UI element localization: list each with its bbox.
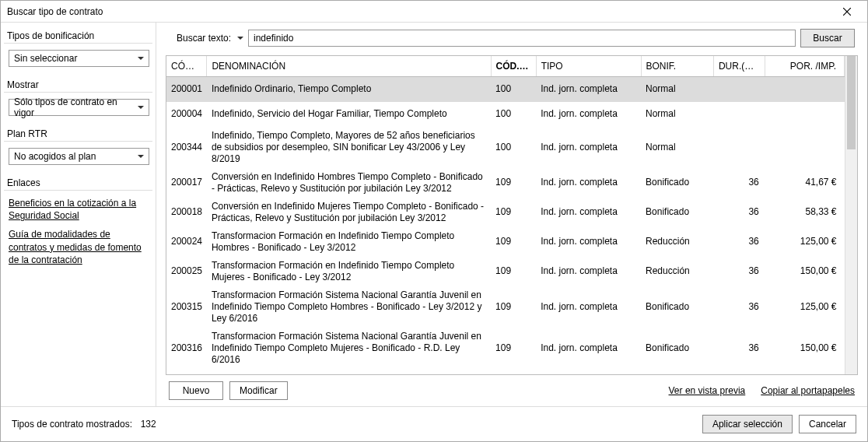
cell-codo: 109 bbox=[491, 227, 536, 257]
links-group: Beneficios en la cotización a la Segurid… bbox=[4, 195, 152, 268]
cell-tipo: Ind. jorn. completa bbox=[536, 227, 641, 257]
cell-tipo: Ind. jorn. completa bbox=[536, 102, 641, 127]
cell-den: Transformacion Formación en Indefinido T… bbox=[207, 227, 491, 257]
section-plan-head: Plan RTR bbox=[4, 125, 152, 142]
cell-codi: 200344 bbox=[166, 127, 207, 168]
content-area: Tipos de bonificación Sin seleccionar Mo… bbox=[1, 23, 867, 406]
cell-imp: 41,67 € bbox=[765, 168, 845, 198]
cell-imp bbox=[765, 77, 845, 102]
cell-dur bbox=[713, 102, 765, 127]
vertical-scrollbar[interactable] bbox=[845, 56, 857, 374]
cell-dur bbox=[713, 127, 765, 168]
cell-imp: 150,00 € bbox=[765, 328, 845, 369]
cell-codo: 100 bbox=[491, 102, 536, 127]
cell-codi: 200315 bbox=[166, 286, 207, 328]
main-panel: Buscar texto: Buscar CÓDI... bbox=[156, 23, 867, 406]
table-row[interactable]: 200018Conversión en Indefinido Mujeres T… bbox=[166, 198, 845, 227]
cell-den: Transformacion Formación Sistema Naciona… bbox=[207, 286, 491, 328]
cell-bonif: Bonificado bbox=[641, 328, 713, 369]
cell-imp: 58,33 € bbox=[765, 198, 845, 227]
results-table: CÓDI... DENOMINACIÓN CÓD.O... TIPO BONIF… bbox=[166, 56, 845, 369]
cell-codi: 200004 bbox=[166, 102, 207, 127]
cell-codo: 109 bbox=[491, 168, 536, 198]
cell-bonif: Normal bbox=[641, 77, 713, 102]
col-tipo[interactable]: TIPO bbox=[536, 56, 641, 77]
cell-codi: 200001 bbox=[166, 77, 207, 102]
search-label-wrap[interactable]: Buscar texto: bbox=[169, 33, 243, 44]
col-dur[interactable]: DUR.(M... bbox=[713, 56, 765, 77]
search-row: Buscar texto: Buscar bbox=[166, 29, 858, 47]
cell-den: Indefinido, Servicio del Hogar Familiar,… bbox=[207, 102, 491, 127]
cell-dur: 36 bbox=[713, 168, 765, 198]
section-mostrar-head: Mostrar bbox=[4, 76, 152, 93]
chevron-down-icon bbox=[237, 37, 243, 40]
table-row[interactable]: 200316Transformacion Formación Sistema N… bbox=[166, 328, 845, 369]
table-row[interactable]: 200001Indefinido Ordinario, Tiempo Compl… bbox=[166, 77, 845, 102]
col-denominacion[interactable]: DENOMINACIÓN bbox=[207, 56, 491, 77]
table-row[interactable]: 200315Transformacion Formación Sistema N… bbox=[166, 286, 845, 328]
cell-den: Transformacion Formación en Indefinido T… bbox=[207, 257, 491, 286]
bonificacion-value: Sin seleccionar bbox=[14, 53, 77, 64]
ver-vista-previa-link[interactable]: Ver en vista previa bbox=[669, 385, 746, 396]
cell-dur: 36 bbox=[713, 257, 765, 286]
col-codigo[interactable]: CÓDI... bbox=[166, 56, 207, 77]
aplicar-seleccion-button[interactable]: Aplicar selección bbox=[702, 415, 793, 433]
cell-codi: 200018 bbox=[166, 198, 207, 227]
cell-imp: 125,00 € bbox=[765, 286, 845, 328]
cell-tipo: Ind. jorn. completa bbox=[536, 198, 641, 227]
table-row[interactable]: 200025Transformacion Formación en Indefi… bbox=[166, 257, 845, 286]
col-bonif[interactable]: BONIF. bbox=[641, 56, 713, 77]
search-label: Buscar texto: bbox=[177, 33, 231, 44]
results-table-wrap: CÓDI... DENOMINACIÓN CÓD.O... TIPO BONIF… bbox=[166, 55, 858, 375]
col-codigo-o[interactable]: CÓD.O... bbox=[491, 56, 536, 77]
cancelar-button[interactable]: Cancelar bbox=[799, 415, 856, 433]
cell-codo: 100 bbox=[491, 127, 536, 168]
cell-bonif: Normal bbox=[641, 127, 713, 168]
cell-codo: 109 bbox=[491, 328, 536, 369]
table-row[interactable]: 200024Transformacion Formación en Indefi… bbox=[166, 227, 845, 257]
cell-tipo: Ind. jorn. completa bbox=[536, 328, 641, 369]
col-imp[interactable]: POR. /IMP. bbox=[765, 56, 845, 77]
close-button[interactable] bbox=[831, 2, 863, 22]
cell-tipo: Ind. jorn. completa bbox=[536, 77, 641, 102]
section-enlaces-head: Enlaces bbox=[4, 174, 152, 191]
cell-dur: 36 bbox=[713, 286, 765, 328]
mostrar-select[interactable]: Sólo tipos de contrato en vigor bbox=[9, 99, 149, 116]
sidebar: Tipos de bonificación Sin seleccionar Mo… bbox=[1, 23, 156, 406]
window-title: Buscar tipo de contrato bbox=[7, 6, 831, 17]
search-input[interactable] bbox=[248, 30, 796, 47]
cell-den: Indefinido, Tiempo Completo, Mayores de … bbox=[207, 127, 491, 168]
modificar-button[interactable]: Modificar bbox=[229, 381, 288, 400]
table-footer: Nuevo Modificar Ver en vista previa Copi… bbox=[166, 375, 858, 406]
cell-imp: 150,00 € bbox=[765, 257, 845, 286]
cell-bonif: Reducción bbox=[641, 227, 713, 257]
cell-codo: 109 bbox=[491, 198, 536, 227]
section-bonificacion-head: Tipos de bonificación bbox=[4, 27, 152, 44]
status-label: Tipos de contrato mostrados: bbox=[12, 419, 132, 430]
table-row[interactable]: 200017Conversión en Indefinido Hombres T… bbox=[166, 168, 845, 198]
table-row[interactable]: 200344Indefinido, Tiempo Completo, Mayor… bbox=[166, 127, 845, 168]
nuevo-button[interactable]: Nuevo bbox=[169, 381, 223, 400]
dialog-window: Buscar tipo de contrato Tipos de bonific… bbox=[0, 0, 868, 442]
cell-bonif: Normal bbox=[641, 102, 713, 127]
close-icon bbox=[843, 8, 851, 16]
search-button[interactable]: Buscar bbox=[800, 29, 855, 47]
copiar-portapapeles-link[interactable]: Copiar al portapapeles bbox=[761, 385, 855, 396]
cell-bonif: Bonificado bbox=[641, 198, 713, 227]
bonificacion-select[interactable]: Sin seleccionar bbox=[9, 50, 149, 67]
link-guia[interactable]: Guía de modalidades de contratos y medid… bbox=[9, 228, 148, 266]
mostrar-value: Sólo tipos de contrato en vigor bbox=[14, 96, 131, 118]
status-count: 132 bbox=[141, 419, 156, 430]
link-beneficios[interactable]: Beneficios en la cotización a la Segurid… bbox=[9, 197, 148, 222]
cell-bonif: Bonificado bbox=[641, 286, 713, 328]
cell-den: Conversión en Indefinido Mujeres Tiempo … bbox=[207, 198, 491, 227]
plan-value: No acogidos al plan bbox=[14, 151, 96, 162]
table-row[interactable]: 200004Indefinido, Servicio del Hogar Fam… bbox=[166, 102, 845, 127]
cell-tipo: Ind. jorn. completa bbox=[536, 168, 641, 198]
plan-select[interactable]: No acogidos al plan bbox=[9, 148, 149, 165]
cell-tipo: Ind. jorn. completa bbox=[536, 127, 641, 168]
cell-bonif: Bonificado bbox=[641, 168, 713, 198]
scrollbar-thumb[interactable] bbox=[847, 56, 856, 149]
cell-codo: 100 bbox=[491, 77, 536, 102]
cell-codo: 109 bbox=[491, 257, 536, 286]
